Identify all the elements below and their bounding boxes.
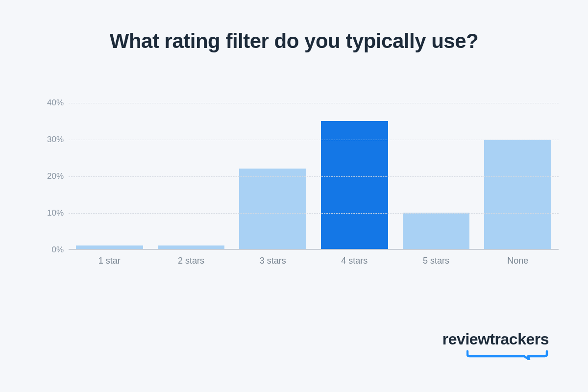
grid-line <box>69 176 559 177</box>
brand-underline-icon <box>442 349 549 359</box>
grid-line <box>69 103 559 103</box>
bar <box>239 169 306 249</box>
bar-slot <box>150 103 232 249</box>
grid-line <box>69 213 559 214</box>
brand-logo: reviewtrackers <box>442 330 549 360</box>
x-tick-label: None <box>477 256 559 266</box>
x-axis: 1 star2 stars3 stars4 stars5 starsNone <box>69 256 559 266</box>
x-tick-label: 4 stars <box>314 256 395 266</box>
bar <box>484 140 551 249</box>
bar <box>158 245 225 249</box>
y-tick-label: 20% <box>39 172 64 181</box>
grid-line <box>69 140 559 140</box>
x-tick-label: 1 star <box>69 256 150 266</box>
x-tick-label: 3 stars <box>232 256 314 266</box>
bar-slot <box>395 103 477 249</box>
bar-slot <box>232 103 314 249</box>
bar <box>76 245 143 249</box>
x-tick-label: 5 stars <box>395 256 477 266</box>
y-tick-label: 40% <box>39 98 64 108</box>
y-tick-label: 30% <box>39 135 64 145</box>
bar-slot <box>69 103 150 249</box>
plot-area <box>69 103 559 250</box>
brand-name: reviewtrackers <box>442 330 549 348</box>
bar-slot <box>477 103 559 249</box>
y-axis: 0%10%20%30%40% <box>39 103 69 250</box>
bar-slot <box>314 103 395 249</box>
y-tick-label: 10% <box>39 208 64 218</box>
bar <box>403 213 470 249</box>
bar <box>321 121 388 249</box>
chart-area: 0%10%20%30%40% 1 star2 stars3 stars4 sta… <box>39 103 559 265</box>
chart-title: What rating filter do you typically use? <box>0 29 588 53</box>
bars-container <box>69 103 559 249</box>
y-tick-label: 0% <box>39 245 64 255</box>
x-tick-label: 2 stars <box>150 256 232 266</box>
